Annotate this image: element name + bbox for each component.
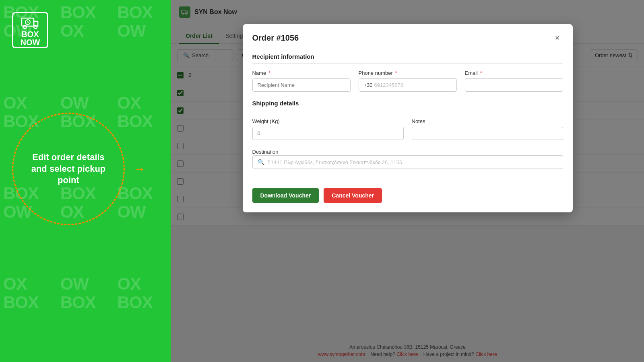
modal-title: Order #1056 xyxy=(252,33,299,43)
modal-footer: Download Voucher Cancel Voucher xyxy=(243,188,573,212)
destination-value: Σ1441 Πλφ Αγκίδδε, Συντκεχδσκγα Σεκκαπνδ… xyxy=(268,159,558,165)
destination-label: Destination xyxy=(252,149,279,155)
svg-point-1 xyxy=(23,25,27,29)
destination-form-group: Destination 🔍 Σ1441 Πλφ Αγκίδδε, Συντκεχ… xyxy=(252,148,563,169)
email-label: Email * xyxy=(465,70,563,76)
shipping-section-title: Shipping details xyxy=(252,100,563,110)
phone-prefix: +30 xyxy=(364,82,373,88)
cancel-voucher-button[interactable]: Cancel Voucher xyxy=(324,188,382,203)
svg-point-2 xyxy=(34,25,37,29)
logo-area: BOXNOW xyxy=(12,12,48,48)
name-input[interactable] xyxy=(252,78,351,92)
notes-form-group: Notes xyxy=(412,118,563,140)
recipient-form-row: Name * Phone number * xyxy=(252,70,563,92)
phone-value: 6912345678 xyxy=(374,82,403,88)
email-required-star: * xyxy=(480,70,482,76)
arrow-right-icon: → xyxy=(134,162,146,176)
circle-outline: Edit order details and select pickup poi… xyxy=(12,113,125,225)
phone-input-wrapper: +30 6912345678 xyxy=(359,78,457,92)
modal-header: Order #1056 × xyxy=(243,24,573,50)
phone-form-group: Phone number * +30 6912345678 xyxy=(359,70,457,92)
circle-container: Edit order details and select pickup poi… xyxy=(12,113,125,225)
download-voucher-button[interactable]: Download Voucher xyxy=(252,188,319,203)
main-area: SYN Box Now Order List Settings 🔍 Search… xyxy=(171,0,644,362)
weight-notes-row: Weight (Kg) Notes xyxy=(252,118,563,140)
weight-input[interactable] xyxy=(252,127,404,140)
logo-box: BOXNOW xyxy=(12,12,48,48)
destination-search-wrapper[interactable]: 🔍 Σ1441 Πλφ Αγκίδδε, Συντκεχδσκγα Σεκκαπ… xyxy=(252,155,563,169)
phone-required-star: * xyxy=(395,70,397,76)
weight-label: Weight (Kg) xyxy=(252,118,404,124)
logo-icon xyxy=(20,14,40,30)
circle-text: Edit order details and select pickup poi… xyxy=(13,140,124,198)
email-form-group: Email * xyxy=(465,70,563,92)
modal-body: Recipient information Name * xyxy=(243,50,573,188)
recipient-section-title: Recipient information xyxy=(252,53,563,64)
email-input[interactable] xyxy=(465,78,563,92)
left-panel: BOXOW BOXOX BOXOW OXBOX OWBOX OXBOX BOXO… xyxy=(0,0,171,362)
modal-overlay: Order #1056 × Recipient information Name… xyxy=(171,0,644,362)
name-required-star: * xyxy=(268,70,270,76)
name-form-group: Name * xyxy=(252,70,351,92)
weight-form-group: Weight (Kg) xyxy=(252,118,404,140)
name-label: Name * xyxy=(252,70,351,76)
phone-label: Phone number * xyxy=(359,70,457,76)
notes-label: Notes xyxy=(412,118,563,124)
app-window: SYN Box Now Order List Settings 🔍 Search… xyxy=(171,0,644,362)
modal-close-button[interactable]: × xyxy=(552,32,563,43)
destination-search-icon: 🔍 xyxy=(258,159,264,165)
order-modal: Order #1056 × Recipient information Name… xyxy=(243,24,573,212)
notes-input[interactable] xyxy=(412,127,563,140)
